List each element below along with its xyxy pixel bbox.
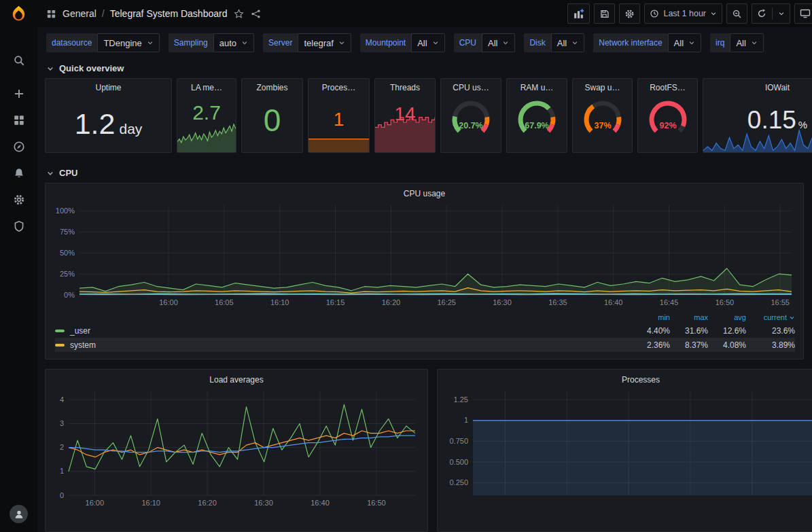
panel-title[interactable]: CPU us…	[441, 79, 501, 92]
panel-title[interactable]: Threads	[375, 79, 435, 92]
series-avg: 4.08%	[708, 340, 746, 350]
clock-icon	[650, 9, 659, 18]
filter-mountpoint: MountpointAll	[360, 33, 445, 52]
dashboards-icon[interactable]	[5, 110, 33, 130]
filter-value-dropdown[interactable]: TDengine	[97, 33, 159, 52]
panel-title[interactable]: CPU usage	[46, 183, 803, 198]
series-avg: 12.6%	[708, 326, 746, 336]
explore-compass-icon[interactable]	[5, 137, 33, 157]
panel-threads: Threads 14	[374, 78, 436, 153]
filter-label[interactable]: datasource	[46, 33, 97, 52]
row-header-quick-overview[interactable]: Quick overview	[37, 57, 812, 78]
load-averages-chart[interactable]: 0123416:0016:1016:2016:3016:4016:50	[48, 386, 423, 512]
cycle-view-button[interactable]	[794, 3, 812, 24]
panel-title[interactable]: Proces…	[308, 79, 369, 92]
svg-text:0%: 0%	[64, 291, 75, 299]
panel-title[interactable]: RootFS…	[638, 79, 697, 92]
filter-value-dropdown[interactable]: All	[482, 33, 515, 52]
legend-row-_user[interactable]: _user4.40%31.6%12.6%23.6%	[55, 323, 795, 338]
panel-title[interactable]: Zombies	[242, 79, 302, 92]
la-sparkline	[177, 120, 236, 152]
row-header-cpu[interactable]: CPU	[37, 162, 812, 183]
page-title[interactable]: Telegraf System Dashboard	[110, 8, 228, 19]
filter-label[interactable]: Sampling	[169, 33, 213, 52]
filter-disk: DiskAll	[524, 33, 584, 52]
ram-usage-gauge: 67.9%	[511, 99, 563, 138]
series-current: 3.89%	[746, 340, 795, 350]
filter-value-dropdown[interactable]: telegraf	[298, 33, 351, 52]
row-title: Quick overview	[59, 63, 124, 73]
panel-title[interactable]: LA me…	[177, 79, 236, 92]
panel-title[interactable]: RAM u…	[507, 79, 567, 92]
svg-text:16:10: 16:10	[141, 499, 160, 507]
alerting-bell-icon[interactable]	[5, 163, 33, 183]
panel-zombies: Zombies 0	[241, 78, 303, 153]
svg-text:0.250: 0.250	[449, 478, 468, 486]
dashboard-settings-button[interactable]	[619, 3, 640, 24]
svg-text:50%: 50%	[60, 249, 75, 257]
save-dashboard-button[interactable]	[594, 3, 615, 24]
share-button[interactable]	[251, 9, 261, 19]
panel-title[interactable]: Uptime	[46, 79, 171, 92]
admin-shield-icon[interactable]	[5, 216, 33, 236]
star-button[interactable]	[234, 9, 244, 19]
monitor-icon	[800, 8, 811, 19]
user-avatar[interactable]	[10, 505, 28, 523]
legend-sort-min[interactable]: min	[632, 313, 670, 321]
create-plus-icon[interactable]	[5, 84, 33, 104]
filter-value-dropdown[interactable]: All	[411, 33, 444, 52]
legend-sort-max[interactable]: max	[670, 313, 708, 321]
time-range-picker[interactable]: Last 1 hour	[644, 3, 722, 24]
svg-text:0: 0	[60, 491, 64, 499]
series-name: _user	[70, 326, 90, 336]
row-title: CPU	[59, 168, 77, 178]
main-area: General / Telegraf System Dashboard	[37, 0, 812, 532]
grafana-logo-icon[interactable]	[10, 5, 28, 23]
filter-value-dropdown[interactable]: All	[551, 33, 584, 52]
nav-actions: Last 1 hour	[567, 3, 812, 24]
filter-label[interactable]: CPU	[454, 33, 482, 52]
svg-text:37%: 37%	[594, 121, 611, 130]
panel-processes-chart: Processes 0.2500.5000.75011.25	[437, 369, 812, 532]
zoom-out-icon	[732, 9, 742, 19]
panel-load-averages: Load averages 0123416:0016:1016:2016:301…	[45, 369, 428, 532]
svg-text:16:20: 16:20	[198, 499, 217, 507]
filter-label[interactable]: Disk	[524, 33, 550, 52]
svg-text:16:10: 16:10	[270, 298, 289, 306]
processes-chart[interactable]: 0.2500.5000.75011.25	[440, 386, 812, 512]
chevron-down-icon	[338, 39, 345, 46]
cpu-usage-chart[interactable]: 0%25%50%75%100%16:0016:0516:1016:1516:20…	[48, 200, 798, 310]
filter-value-dropdown[interactable]: All	[668, 33, 701, 52]
panel-title[interactable]: Swap u…	[573, 79, 632, 92]
filter-label[interactable]: Mountpoint	[360, 33, 411, 52]
breadcrumb-folder[interactable]: General	[63, 8, 96, 19]
filter-label[interactable]: Network interface	[593, 33, 667, 52]
legend-sort-current[interactable]: current	[746, 313, 795, 321]
panel-title[interactable]: Processes	[438, 370, 812, 385]
series-min: 4.40%	[632, 326, 670, 336]
search-icon[interactable]	[5, 50, 33, 71]
filter-value-dropdown[interactable]: auto	[213, 33, 254, 52]
sidebar	[0, 0, 37, 532]
panel-title[interactable]: Load averages	[46, 370, 427, 385]
filter-label[interactable]: Server	[263, 33, 298, 52]
series-current: 23.6%	[746, 326, 795, 336]
chevron-down-icon	[241, 39, 248, 46]
svg-text:16:00: 16:00	[159, 298, 178, 306]
star-icon	[234, 9, 244, 19]
chevron-down-icon	[688, 39, 695, 46]
legend-row-nice[interactable]: nice0.626%4.11%1.18%1.24%	[55, 352, 795, 353]
zoom-out-time-button[interactable]	[726, 3, 747, 24]
filter-server: Servertelegraf	[263, 33, 351, 52]
legend-sort-avg[interactable]: avg	[708, 313, 746, 321]
svg-text:25%: 25%	[60, 270, 75, 278]
settings-gear-icon[interactable]	[5, 190, 33, 210]
filter-value-dropdown[interactable]: All	[730, 33, 763, 52]
apps-grid-icon	[46, 9, 56, 19]
add-panel-button[interactable]	[567, 3, 590, 24]
refresh-button[interactable]	[752, 3, 790, 24]
filter-label[interactable]: irq	[710, 33, 730, 52]
legend-row-system[interactable]: system2.36%8.37%4.08%3.89%	[55, 338, 795, 352]
grafana-app: General / Telegraf System Dashboard	[0, 0, 812, 532]
panel-title[interactable]: IOWait	[703, 79, 812, 92]
